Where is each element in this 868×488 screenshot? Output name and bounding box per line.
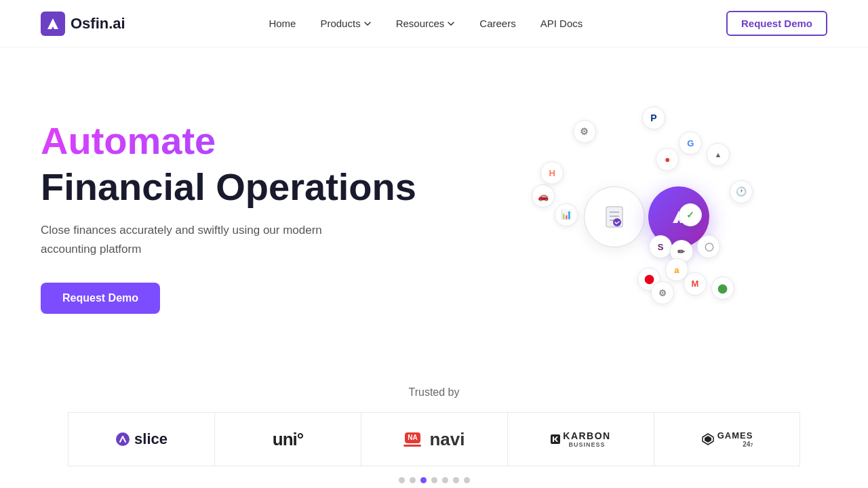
brand-name: Osfin.ai [71,15,125,33]
trusted-label: Trusted by [41,386,827,399]
products-chevron-icon [363,20,372,28]
games24-num-text: 247 [717,441,753,448]
slice-logo-card: slice [68,412,214,466]
nav-request-demo-button[interactable]: Request Demo [726,11,827,36]
nav-home[interactable]: Home [269,18,296,29]
gear2-icon-bubble: ◯ [697,235,720,258]
navbar: Osfin.ai Home Products Resources Careers… [0,0,868,47]
svg-point-5 [613,218,621,226]
slice-logo: slice [115,430,167,448]
navi-logo: NA navi [403,429,465,450]
logo-link[interactable]: Osfin.ai [41,12,125,36]
hero-content: Automate Financial Operations Close fina… [41,120,448,314]
uni-text: uni° [273,429,303,449]
carousel-dot-2[interactable] [410,477,416,483]
slice-brand-icon [115,432,130,447]
slice-text: slice [134,430,167,448]
green2-icon-bubble: ⬤ [711,277,734,300]
navi-badge-bar [403,445,421,447]
svg-point-6 [116,432,130,446]
google-icon-bubble: G [679,131,702,155]
nav-products[interactable]: Products [320,18,371,29]
gmail-icon-bubble: M [684,272,707,296]
games24-main-text: GAMES [717,430,753,441]
slack-icon-bubble: S [649,235,672,258]
settings-icon-bubble: ⚙ [573,120,596,143]
logo-icon [41,12,65,36]
clock-icon-bubble: 🕐 [730,180,753,203]
nav-careers[interactable]: Careers [479,18,515,29]
center-hub [584,186,645,247]
nav-api-docs[interactable]: API Docs [540,18,583,29]
carousel-dot-4[interactable] [431,477,437,483]
trusted-logos: slice uni° NA navi [41,412,827,466]
green-icon-bubble: ✓ [679,203,702,226]
karbon-logo: KARBON BUSINESS [551,430,610,448]
trusted-section: Trusted by slice uni° NA [0,373,868,488]
hero-cta-button[interactable]: Request Demo [41,283,160,314]
chart-icon-bubble: 📊 [555,203,578,226]
carousel-dot-5[interactable] [442,477,448,483]
karbon-text-group: KARBON BUSINESS [563,430,610,448]
games24-brand-icon [701,432,715,446]
navi-badge: NA [405,432,420,443]
resources-chevron-icon [447,20,455,28]
uni-logo: uni° [273,429,303,450]
car-icon-bubble: 🚗 [532,184,555,207]
hero-subtitle: Close finances accurately and swiftly us… [41,221,353,258]
red-icon-bubble: ● [656,148,679,171]
svg-marker-9 [705,436,711,443]
games24-text-group: GAMES 247 [717,430,753,448]
navi-badge-group: NA [403,432,421,447]
analytics-icon-bubble: ▲ [707,143,730,166]
paypal-icon-bubble: P [642,106,665,129]
karbon-main-text: KARBON [563,430,610,441]
orbit-container: P ⚙ G ● ▲ 🚗 📊 [522,102,753,332]
carousel-dot-6[interactable] [453,477,459,483]
nav-resources[interactable]: Resources [396,18,456,29]
uni-logo-card: uni° [214,412,361,466]
carousel-dot-1[interactable] [399,477,405,483]
hero-illustration: P ⚙ G ● ▲ 🚗 📊 [448,88,827,346]
games24-logo: GAMES 247 [701,430,753,448]
carousel-dot-3[interactable] [420,477,427,483]
karbon-brand-icon [551,434,560,444]
navi-logo-card: NA navi [361,412,507,466]
settings2-icon-bubble: ⚙ [651,281,674,304]
hero-title-automate: Automate [41,120,448,162]
karbon-sub-text: BUSINESS [563,441,610,448]
games24-logo-card: GAMES 247 [654,412,800,466]
navi-text: navi [429,429,465,450]
karbon-logo-card: KARBON BUSINESS [507,412,654,466]
hero-title-main: Financial Operations [41,166,448,208]
center-document-icon [601,203,628,230]
nav-links: Home Products Resources Careers API Docs [269,18,583,30]
carousel-dot-7[interactable] [464,477,470,483]
hubspot-icon-bubble: H [540,161,564,184]
carousel-dots [41,477,827,483]
hero-section: Automate Financial Operations Close fina… [0,47,868,373]
